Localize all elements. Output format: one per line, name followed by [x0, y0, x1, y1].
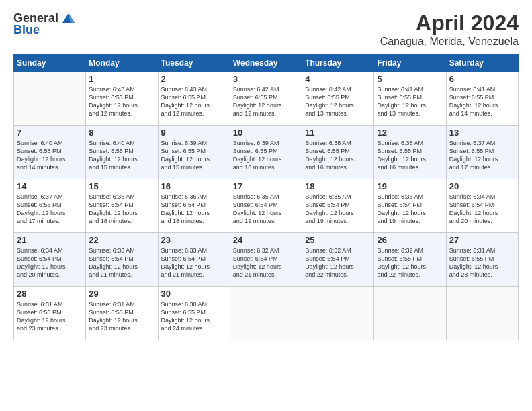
day-info: Sunrise: 6:32 AM Sunset: 6:55 PM Dayligh… [377, 246, 443, 279]
day-number: 29 [89, 289, 154, 299]
day-cell: 6Sunrise: 6:41 AM Sunset: 6:55 PM Daylig… [446, 72, 518, 126]
day-info: Sunrise: 6:34 AM Sunset: 6:54 PM Dayligh… [17, 246, 83, 279]
logo: General Blue [13, 11, 76, 37]
col-tuesday: Tuesday [158, 55, 230, 72]
week-row-1: 1Sunrise: 6:43 AM Sunset: 6:55 PM Daylig… [14, 72, 519, 126]
day-cell [14, 72, 86, 126]
day-number: 21 [17, 235, 83, 245]
col-wednesday: Wednesday [230, 55, 302, 72]
header: General Blue April 2024 Canagua, Merida,… [13, 11, 519, 48]
day-number: 25 [305, 235, 371, 245]
day-info: Sunrise: 6:39 AM Sunset: 6:55 PM Dayligh… [161, 139, 227, 172]
day-number: 26 [377, 235, 443, 245]
day-cell: 15Sunrise: 6:36 AM Sunset: 6:54 PM Dayli… [86, 179, 158, 233]
day-number: 3 [233, 74, 299, 84]
day-number: 14 [17, 181, 83, 191]
day-info: Sunrise: 6:33 AM Sunset: 6:54 PM Dayligh… [89, 246, 154, 279]
col-monday: Monday [86, 55, 158, 72]
day-cell: 18Sunrise: 6:35 AM Sunset: 6:54 PM Dayli… [302, 179, 374, 233]
day-cell: 21Sunrise: 6:34 AM Sunset: 6:54 PM Dayli… [14, 233, 86, 287]
month-title: April 2024 [380, 11, 519, 36]
day-number: 11 [305, 128, 371, 138]
day-number: 16 [161, 181, 227, 191]
day-info: Sunrise: 6:30 AM Sunset: 6:55 PM Dayligh… [161, 300, 227, 333]
day-cell: 13Sunrise: 6:37 AM Sunset: 6:55 PM Dayli… [446, 126, 518, 179]
day-info: Sunrise: 6:37 AM Sunset: 6:55 PM Dayligh… [17, 193, 83, 226]
day-info: Sunrise: 6:42 AM Sunset: 6:55 PM Dayligh… [233, 85, 299, 118]
day-cell: 28Sunrise: 6:31 AM Sunset: 6:55 PM Dayli… [14, 287, 86, 340]
day-number: 12 [377, 128, 443, 138]
day-number: 9 [161, 128, 227, 138]
day-cell: 8Sunrise: 6:40 AM Sunset: 6:55 PM Daylig… [86, 126, 158, 179]
title-block: April 2024 Canagua, Merida, Venezuela [380, 11, 519, 48]
day-cell: 30Sunrise: 6:30 AM Sunset: 6:55 PM Dayli… [158, 287, 230, 340]
day-info: Sunrise: 6:38 AM Sunset: 6:55 PM Dayligh… [377, 139, 443, 172]
day-cell: 5Sunrise: 6:41 AM Sunset: 6:55 PM Daylig… [374, 72, 446, 126]
day-cell: 12Sunrise: 6:38 AM Sunset: 6:55 PM Dayli… [374, 126, 446, 179]
day-number: 8 [89, 128, 154, 138]
day-info: Sunrise: 6:36 AM Sunset: 6:54 PM Dayligh… [161, 193, 227, 226]
day-info: Sunrise: 6:38 AM Sunset: 6:55 PM Dayligh… [305, 139, 371, 172]
day-number: 10 [233, 128, 299, 138]
day-info: Sunrise: 6:43 AM Sunset: 6:55 PM Dayligh… [89, 85, 154, 118]
day-number: 2 [161, 74, 227, 84]
day-cell: 1Sunrise: 6:43 AM Sunset: 6:55 PM Daylig… [86, 72, 158, 126]
day-info: Sunrise: 6:42 AM Sunset: 6:55 PM Dayligh… [305, 85, 371, 118]
week-row-5: 28Sunrise: 6:31 AM Sunset: 6:55 PM Dayli… [14, 287, 519, 340]
day-cell [446, 287, 518, 340]
day-info: Sunrise: 6:41 AM Sunset: 6:55 PM Dayligh… [449, 85, 515, 118]
day-info: Sunrise: 6:43 AM Sunset: 6:55 PM Dayligh… [161, 85, 227, 118]
day-info: Sunrise: 6:36 AM Sunset: 6:54 PM Dayligh… [89, 193, 154, 226]
day-info: Sunrise: 6:35 AM Sunset: 6:54 PM Dayligh… [233, 193, 299, 226]
day-info: Sunrise: 6:31 AM Sunset: 6:55 PM Dayligh… [89, 300, 154, 333]
day-cell: 23Sunrise: 6:33 AM Sunset: 6:54 PM Dayli… [158, 233, 230, 287]
day-info: Sunrise: 6:31 AM Sunset: 6:55 PM Dayligh… [17, 300, 83, 333]
day-number: 13 [449, 128, 515, 138]
week-row-3: 14Sunrise: 6:37 AM Sunset: 6:55 PM Dayli… [14, 179, 519, 233]
day-cell: 22Sunrise: 6:33 AM Sunset: 6:54 PM Dayli… [86, 233, 158, 287]
day-cell: 25Sunrise: 6:32 AM Sunset: 6:54 PM Dayli… [302, 233, 374, 287]
day-number: 7 [17, 128, 83, 138]
day-info: Sunrise: 6:40 AM Sunset: 6:55 PM Dayligh… [89, 139, 154, 172]
col-sunday: Sunday [14, 55, 86, 72]
day-cell: 11Sunrise: 6:38 AM Sunset: 6:55 PM Dayli… [302, 126, 374, 179]
day-number: 18 [305, 181, 371, 191]
day-info: Sunrise: 6:34 AM Sunset: 6:54 PM Dayligh… [449, 193, 515, 226]
day-cell: 19Sunrise: 6:35 AM Sunset: 6:54 PM Dayli… [374, 179, 446, 233]
day-cell: 26Sunrise: 6:32 AM Sunset: 6:55 PM Dayli… [374, 233, 446, 287]
week-row-4: 21Sunrise: 6:34 AM Sunset: 6:54 PM Dayli… [14, 233, 519, 287]
day-info: Sunrise: 6:32 AM Sunset: 6:54 PM Dayligh… [233, 246, 299, 279]
day-cell: 2Sunrise: 6:43 AM Sunset: 6:55 PM Daylig… [158, 72, 230, 126]
day-info: Sunrise: 6:41 AM Sunset: 6:55 PM Dayligh… [377, 85, 443, 118]
day-number: 1 [89, 74, 154, 84]
day-number: 23 [161, 235, 227, 245]
day-info: Sunrise: 6:32 AM Sunset: 6:54 PM Dayligh… [305, 246, 371, 279]
day-cell: 17Sunrise: 6:35 AM Sunset: 6:54 PM Dayli… [230, 179, 302, 233]
day-number: 15 [89, 181, 154, 191]
day-info: Sunrise: 6:31 AM Sunset: 6:55 PM Dayligh… [449, 246, 515, 279]
day-number: 17 [233, 181, 299, 191]
day-cell: 7Sunrise: 6:40 AM Sunset: 6:55 PM Daylig… [14, 126, 86, 179]
calendar-table: Sunday Monday Tuesday Wednesday Thursday… [13, 54, 519, 340]
day-number: 27 [449, 235, 515, 245]
week-row-2: 7Sunrise: 6:40 AM Sunset: 6:55 PM Daylig… [14, 126, 519, 179]
day-number: 24 [233, 235, 299, 245]
day-cell [302, 287, 374, 340]
day-info: Sunrise: 6:37 AM Sunset: 6:55 PM Dayligh… [449, 139, 515, 172]
day-cell: 14Sunrise: 6:37 AM Sunset: 6:55 PM Dayli… [14, 179, 86, 233]
col-friday: Friday [374, 55, 446, 72]
day-info: Sunrise: 6:40 AM Sunset: 6:55 PM Dayligh… [17, 139, 83, 172]
day-number: 4 [305, 74, 371, 84]
day-number: 20 [449, 181, 515, 191]
day-cell: 24Sunrise: 6:32 AM Sunset: 6:54 PM Dayli… [230, 233, 302, 287]
day-cell: 3Sunrise: 6:42 AM Sunset: 6:55 PM Daylig… [230, 72, 302, 126]
day-info: Sunrise: 6:33 AM Sunset: 6:54 PM Dayligh… [161, 246, 227, 279]
day-info: Sunrise: 6:39 AM Sunset: 6:55 PM Dayligh… [233, 139, 299, 172]
page: General Blue April 2024 Canagua, Merida,… [0, 0, 532, 411]
logo-icon [61, 11, 76, 26]
logo-blue: Blue [13, 23, 40, 37]
day-cell [374, 287, 446, 340]
day-info: Sunrise: 6:35 AM Sunset: 6:54 PM Dayligh… [377, 193, 443, 226]
day-info: Sunrise: 6:35 AM Sunset: 6:54 PM Dayligh… [305, 193, 371, 226]
location-title: Canagua, Merida, Venezuela [380, 36, 519, 48]
